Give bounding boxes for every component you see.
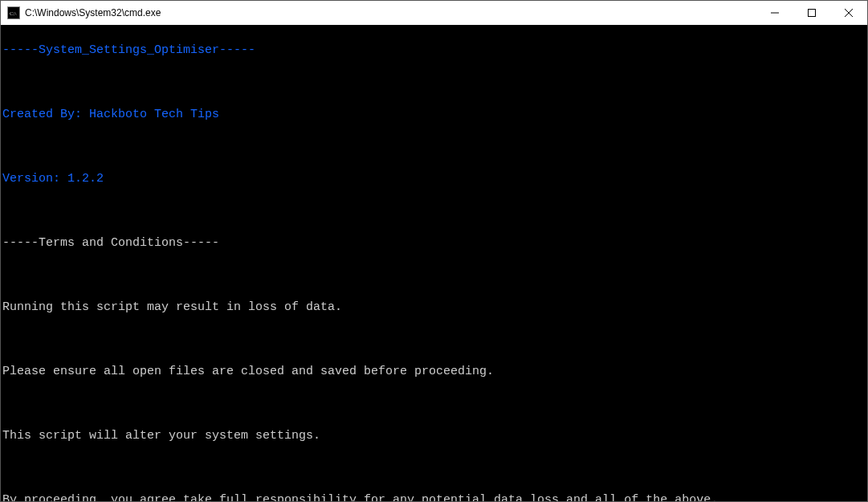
blank-line <box>2 139 866 155</box>
script-title-line: -----System_Settings_Optimiser----- <box>2 43 866 59</box>
blank-line <box>2 460 866 476</box>
cmd-icon: C:\ <box>7 6 20 19</box>
terms-line-1: Running this script may result in loss o… <box>2 300 866 316</box>
created-by-line: Created By: Hackboto Tech Tips <box>2 107 866 123</box>
blank-line <box>2 396 866 412</box>
terms-line-4: By proceeding, you agree take full respo… <box>2 492 866 502</box>
terms-line-3: This script will alter your system setti… <box>2 428 866 444</box>
blank-line <box>2 267 866 284</box>
maximize-button[interactable] <box>793 1 830 25</box>
minimize-button[interactable] <box>756 1 793 25</box>
terminal-output[interactable]: -----System_Settings_Optimiser----- Crea… <box>1 25 867 502</box>
blank-line <box>2 203 866 219</box>
terms-line-2: Please ensure all open files are closed … <box>2 364 866 380</box>
svg-text:C:\: C:\ <box>10 10 17 17</box>
svg-rect-2 <box>809 10 816 17</box>
blank-line <box>2 332 866 348</box>
terms-header-line: -----Terms and Conditions----- <box>2 235 866 251</box>
close-button[interactable] <box>830 1 867 25</box>
titlebar: C:\ C:\Windows\System32\cmd.exe <box>1 1 867 25</box>
version-line: Version: 1.2.2 <box>2 171 866 187</box>
window-title: C:\Windows\System32\cmd.exe <box>25 7 161 18</box>
blank-line <box>2 75 866 91</box>
